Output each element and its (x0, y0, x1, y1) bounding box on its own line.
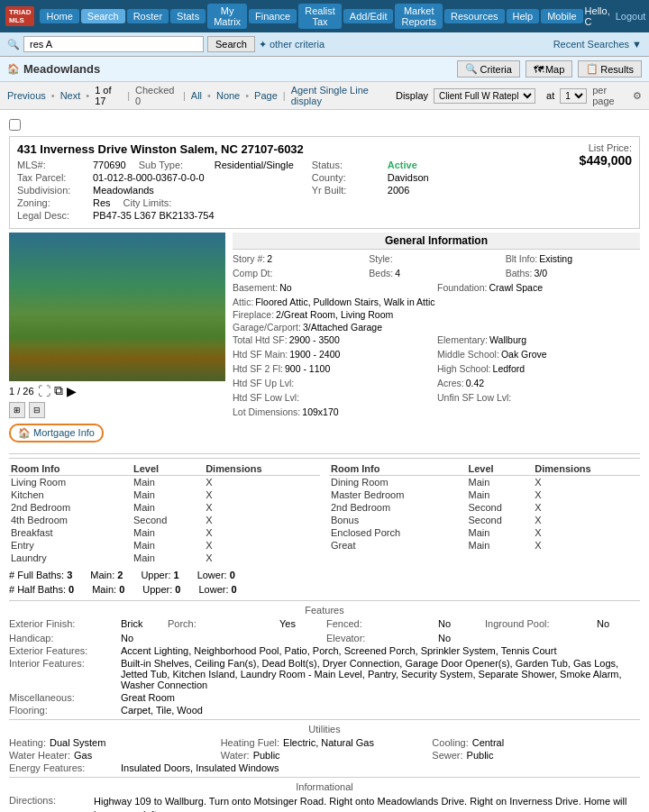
search-bar: 🔍 Search ✦ other criteria Recent Searche… (0, 32, 649, 57)
nav-stats[interactable]: Stats (170, 9, 206, 23)
nav-search[interactable]: Search (81, 9, 125, 23)
at-label: at (546, 90, 554, 101)
comp-dt-item: Comp Dt: (233, 268, 367, 278)
page-link[interactable]: Page (254, 90, 278, 101)
logo: TRIAD MLS (5, 6, 34, 26)
cooling-item: Cooling: Central (432, 737, 640, 748)
nav-addedit[interactable]: Add/Edit (343, 9, 394, 23)
results-button[interactable]: 📋 Results (578, 60, 642, 78)
photo-list-icon[interactable]: ⊟ (29, 402, 45, 418)
room-table-right: Room Info Level Dimensions Dining Room M… (329, 462, 640, 564)
legal-desc: PB47-35 L367 BK2133-754 (93, 210, 215, 221)
image-column: 1 / 26 ⛶ ⧉ ▶ ⊞ ⊟ 🏠 Mortgage Info (9, 233, 225, 448)
criteria-icon: 🔍 (465, 63, 478, 75)
at-select[interactable]: 1 (560, 88, 587, 104)
per-page-gear-icon[interactable]: ⚙ (633, 90, 642, 102)
informational-title: Informational (9, 781, 640, 792)
nav-realisttax[interactable]: Realist Tax (298, 4, 342, 29)
room-info-header: Room Info (9, 462, 132, 476)
utilities-section: Utilities Heating: Dual System Heating F… (9, 719, 640, 773)
flooring-row: Flooring: Carpet, Tile, Wood (9, 705, 640, 716)
table-row: Living Room Main X (9, 476, 320, 489)
interior-features-row: Interior Features: Built-in Shelves, Cei… (9, 658, 640, 690)
display-select[interactable]: Client Full W Ratepl Client Full Agent F… (434, 88, 535, 104)
total-htd-sf-item: Total Htd SF: 2900 - 3500 (233, 334, 435, 345)
nav-resources[interactable]: Resources (444, 9, 505, 23)
header-home-icon: 🏠 (7, 63, 20, 75)
search-input[interactable] (23, 36, 204, 52)
nav-roster[interactable]: Roster (127, 9, 169, 23)
features-title: Features (9, 605, 640, 616)
nav-home[interactable]: Home (40, 9, 78, 23)
search-button[interactable]: Search (207, 36, 255, 52)
agent-single-link[interactable]: Agent Single Line display (291, 85, 390, 106)
page-count: 1 of 17 (95, 85, 122, 106)
prev-link[interactable]: Previous (7, 90, 46, 101)
table-row: Kitchen Main X (9, 488, 320, 501)
miscellaneous-row: Miscellaneous: Great Room (9, 692, 640, 703)
tax-parcel: 01-012-8-000-0367-0-0-0 (93, 172, 205, 183)
table-row: 4th Bedroom Second X (9, 514, 320, 526)
table-row: Laundry Main X (9, 552, 320, 564)
expand-icon[interactable]: ⛶ (38, 384, 50, 398)
list-price-section: List Price: $449,000 (580, 142, 632, 168)
all-link[interactable]: All (191, 90, 202, 101)
yr-built: 2006 (388, 185, 409, 196)
level-header: Level (132, 462, 204, 476)
baths-item: Baths: 3/0 (506, 268, 640, 278)
elementary-item: Elementary: Wallburg (437, 334, 640, 345)
table-row: 2nd Bedroom Second X (329, 501, 640, 514)
htd-sf-2fl-item: Htd SF 2 Fl: 900 - 1100 (233, 363, 435, 374)
nav-mymatrix[interactable]: My Matrix (207, 4, 247, 29)
list-price: $449,000 (580, 153, 632, 168)
mortgage-info-link[interactable]: 🏠 Mortgage Info (9, 424, 104, 442)
photo-grid-icon[interactable]: ⊞ (9, 402, 25, 418)
criteria-button[interactable]: 🔍 Criteria (457, 60, 519, 78)
logout-link[interactable]: Logout (616, 11, 646, 22)
select-listing-checkbox[interactable] (9, 119, 21, 131)
recent-searches-dropdown[interactable]: Recent Searches ▼ (553, 39, 642, 50)
sub-type: Residential/Single (215, 160, 294, 170)
table-row: Bonus Second X (329, 514, 640, 526)
table-row: 2nd Bedroom Main X (9, 501, 320, 514)
nav-finance[interactable]: Finance (249, 9, 297, 23)
beds-item: Beds: 4 (369, 268, 503, 278)
unfin-sf-item: Unfin SF Low Lvl: (437, 392, 640, 403)
half-baths-row: # Half Baths: 0 Main: 0 Upper: 0 Lower: … (9, 582, 640, 597)
features-section: Features Exterior Finish: Brick Porch: Y… (9, 600, 640, 716)
nav-marketreports[interactable]: Market Reports (395, 4, 443, 29)
room-info-header-right: Room Info (329, 462, 467, 476)
water-heater-item: Water Heater: Gas (9, 750, 217, 761)
table-row: Great Main X (329, 539, 640, 552)
level-header-right: Level (467, 462, 534, 476)
htd-sf-main-item: Htd SF Main: 1900 - 2400 (233, 349, 435, 360)
room-grid: Room Info Level Dimensions Living Room M… (9, 462, 640, 564)
map-button[interactable]: 🗺 Map (526, 60, 572, 78)
attic-item: Attic: Floored Attic, Pulldown Stairs, W… (233, 297, 640, 307)
image-and-general-info: 1 / 26 ⛶ ⧉ ▶ ⊞ ⊟ 🏠 Mortgage Info (9, 233, 640, 448)
other-criteria-link[interactable]: ✦ other criteria (259, 39, 324, 50)
nav-help[interactable]: Help (507, 9, 540, 23)
informational-section: Informational Directions: Highway 109 to… (9, 777, 640, 812)
county: Davidson (388, 172, 429, 183)
property-address: 431 Inverness Drive Winston Salem, NC 27… (17, 142, 571, 156)
dimensions-header-right: Dimensions (533, 462, 640, 476)
per-page-label: per page (592, 85, 627, 106)
subdivision: Meadowlands (93, 185, 154, 196)
room-section: Room Info Level Dimensions Living Room M… (9, 458, 640, 597)
checked-count: Checked 0 (135, 85, 178, 106)
image-next-icon[interactable]: ▶ (67, 384, 77, 398)
mortgage-section: 🏠 Mortgage Info (9, 418, 225, 448)
blt-info-item: Blt Info: Existing (506, 253, 640, 264)
hello-user: Hello, C (585, 5, 610, 27)
foundation-item: Foundation: Crawl Space (437, 282, 640, 293)
image-copy-icon[interactable]: ⧉ (54, 383, 63, 398)
lot-dimensions-item: Lot Dimensions: 109x170 (233, 406, 640, 417)
directions: Highway 109 to Wallburg. Turn onto Motsi… (94, 795, 640, 812)
nav-mobile[interactable]: Mobile (541, 9, 582, 23)
results-icon: 📋 (586, 63, 599, 75)
none-link[interactable]: None (216, 90, 240, 101)
next-link[interactable]: Next (60, 90, 81, 101)
heating-fuel-item: Heating Fuel: Electric, Natural Gas (221, 737, 429, 748)
exterior-features-row: Exterior Features: Accent Lighting, Neig… (9, 645, 640, 656)
